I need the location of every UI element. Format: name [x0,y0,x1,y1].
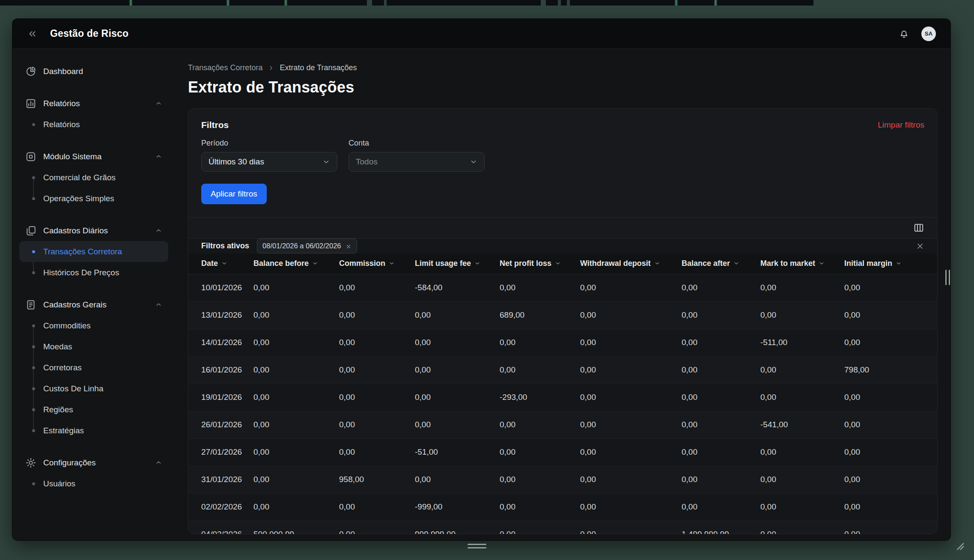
sidebar-subitem-transacoes-corretora[interactable]: Transações Corretora [19,241,168,262]
breadcrumb-item[interactable]: Transações Corretora [188,63,262,72]
background-tab[interactable] [372,0,384,6]
table-row[interactable]: 13/01/20260,000,000,00689,000,000,000,00… [188,301,937,329]
app-title: Gestão de Risco [50,28,128,39]
sidebar-item-label: Cadastros Diários [43,226,108,235]
sidebar-subitem-label: Commodities [43,321,91,331]
modules-icon [25,151,36,162]
apply-filters-button[interactable]: Aplicar filtros [201,184,267,204]
sidebar-subitem-custos-de-linha[interactable]: Custos De Linha [19,378,168,399]
table-row[interactable]: 26/01/20260,000,000,000,000,000,00-541,0… [188,411,937,438]
page-title: Extrato de Transações [188,78,938,96]
user-avatar[interactable]: SA [921,27,936,41]
chevron-down-icon [322,158,330,166]
period-select[interactable]: Últimos 30 dias [201,152,337,172]
sidebar-item-dashboard[interactable]: Dashboard [19,61,168,82]
background-tab[interactable] [287,0,367,6]
background-tab[interactable] [570,0,675,6]
table-row[interactable]: 27/01/20260,000,00-51,000,000,000,000,00… [188,438,937,466]
sidebar-item-cadastros-gerais[interactable]: Cadastros Gerais [19,294,168,315]
account-select[interactable]: Todos [348,152,485,172]
sidebar-subitem-estrategias[interactable]: Estratégias [19,420,168,441]
column-header-net-profit-loss[interactable]: Net profit loss [495,253,576,274]
column-header-limit-usage-fee[interactable]: Limit usage fee [411,253,495,274]
background-tab[interactable] [717,0,813,6]
column-header-initial-margin[interactable]: Initial margin [840,253,937,274]
table-row[interactable]: 19/01/20260,000,000,00-293,000,000,000,0… [188,384,937,411]
column-header-mark-to-market[interactable]: Mark to market [756,253,840,274]
column-header-withdrawal-deposit[interactable]: Withdrawal deposit [576,253,677,274]
cell-value: 0,00 [495,521,576,534]
table-row[interactable]: 04/02/2026500.000,990,00999.999,000,000,… [188,521,937,534]
column-header-commission[interactable]: Commission [335,253,411,274]
sidebar-subitem-comercial-de-graos[interactable]: Comercial de Grãos [19,167,168,188]
cell-value: -584,00 [411,274,495,301]
sort-chevron-icon [555,259,561,265]
sidebar-item-modulo-sistema[interactable]: Módulo Sistema [19,146,168,167]
column-header-balance-before[interactable]: Balance before [249,253,335,274]
background-tab[interactable] [229,0,284,6]
sidebar-subitem-corretoras[interactable]: Corretoras [19,357,168,378]
daily-records-icon [25,225,36,236]
background-tab[interactable] [678,0,714,6]
sidebar-item-cadastros-diarios[interactable]: Cadastros Diários [19,220,168,241]
sidebar-subitem-regioes[interactable]: Regiões [19,399,168,420]
breadcrumb-item-current: Extrato de Transações [280,63,357,72]
bullet-icon [32,482,35,485]
account-label: Conta [348,139,485,148]
sort-chevron-icon [654,259,660,265]
collapse-sidebar-icon[interactable] [27,29,37,39]
cell-value: 0,00 [840,521,937,534]
chevron-down-icon [470,158,477,166]
cell-value: 0,00 [335,301,411,329]
background-tab[interactable] [546,0,558,6]
settings-icon [25,457,36,468]
resize-handle-bottom[interactable] [468,544,486,548]
remove-filter-icon[interactable] [346,243,351,249]
chevron-up-icon [155,301,162,308]
sidebar-item-configuracoes[interactable]: Configurações [19,452,168,473]
period-select-value: Últimos 30 dias [209,157,264,167]
background-tab[interactable] [561,0,567,6]
cell-value: 0,00 [335,274,411,301]
cell-value: 0,00 [335,356,411,384]
sidebar-subitem-operacoes-simples[interactable]: Operações Simples [19,188,168,209]
sidebar-subitem-relatorios[interactable]: Relatórios [19,114,168,135]
resize-handle-right[interactable] [945,270,950,285]
cell-value: 500.000,99 [249,521,335,534]
column-header-date[interactable]: Date [188,253,249,274]
background-tab[interactable] [387,0,541,6]
sidebar-item-label: Módulo Sistema [43,152,101,161]
cell-value: 0,00 [576,384,677,411]
app-body: DashboardRelatóriosRelatóriosMódulo Sist… [12,49,950,540]
resize-corner-icon[interactable] [953,539,965,551]
cell-value: 0,00 [335,438,411,466]
cell-date: 19/01/2026 [188,384,249,411]
sidebar-item-relatorios[interactable]: Relatórios [19,93,168,114]
sidebar-subitem-usuarios[interactable]: Usuários [19,473,168,494]
table-row[interactable]: 10/01/20260,000,00-584,000,000,000,000,0… [188,274,937,301]
table-row[interactable]: 02/02/20260,000,00-999,000,000,000,000,0… [188,493,937,521]
cell-value: 0,00 [249,466,335,493]
table-row[interactable]: 14/01/20260,000,000,000,000,000,00-511,0… [188,329,937,356]
sidebar-subitem-historicos-de-precos[interactable]: Históricos De Preços [19,262,168,283]
sidebar-subitem-commodities[interactable]: Commodities [19,315,168,336]
cell-date: 04/02/2026 [188,521,249,534]
background-tab[interactable] [0,0,129,6]
active-filter-chip[interactable]: 08/01/2026 a 06/02/2026 [257,238,357,253]
sidebar-section-dashboard: Dashboard [19,61,168,82]
cell-value: 0,00 [756,384,840,411]
table-row[interactable]: 31/01/20260,00958,000,000,000,000,000,00… [188,466,937,493]
table-row[interactable]: 16/01/20260,000,000,000,000,000,000,0079… [188,356,937,384]
close-active-filters-icon[interactable] [916,242,924,250]
filters-header: Filtros Limpar filtros [188,109,937,130]
cell-value: 0,00 [840,438,937,466]
background-tab[interactable] [132,0,226,6]
clear-filters-button[interactable]: Limpar filtros [878,120,924,130]
column-header-label: Balance after [682,259,730,268]
sidebar-subitem-moedas[interactable]: Moedas [19,336,168,357]
column-settings-icon[interactable] [913,222,924,233]
cell-value: 0,00 [249,411,335,438]
column-header-balance-after[interactable]: Balance after [677,253,756,274]
notifications-bell-icon[interactable] [899,28,909,39]
sidebar-section-configuracoes: ConfiguraçõesUsuários [19,452,168,494]
